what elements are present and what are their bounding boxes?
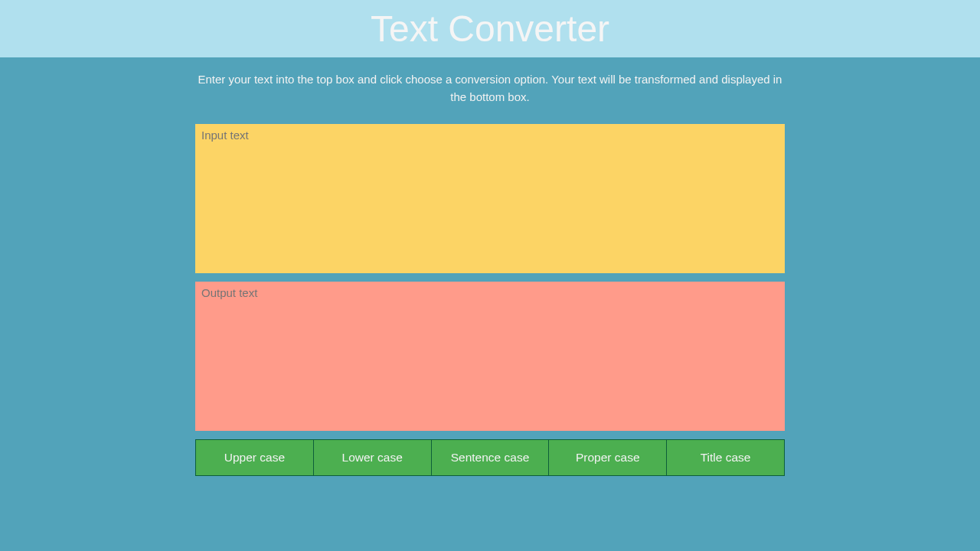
output-textarea[interactable]	[195, 282, 785, 431]
title-case-button[interactable]: Title case	[667, 439, 785, 476]
header: Text Converter	[0, 0, 980, 57]
main-container: Enter your text into the top box and cli…	[195, 57, 785, 476]
button-row: Upper case Lower case Sentence case Prop…	[195, 439, 785, 476]
proper-case-button[interactable]: Proper case	[549, 439, 667, 476]
lower-case-button[interactable]: Lower case	[314, 439, 432, 476]
page-title: Text Converter	[0, 8, 980, 50]
input-textarea[interactable]	[195, 124, 785, 273]
sentence-case-button[interactable]: Sentence case	[432, 439, 550, 476]
upper-case-button[interactable]: Upper case	[195, 439, 314, 476]
instructions-text: Enter your text into the top box and cli…	[195, 71, 785, 106]
